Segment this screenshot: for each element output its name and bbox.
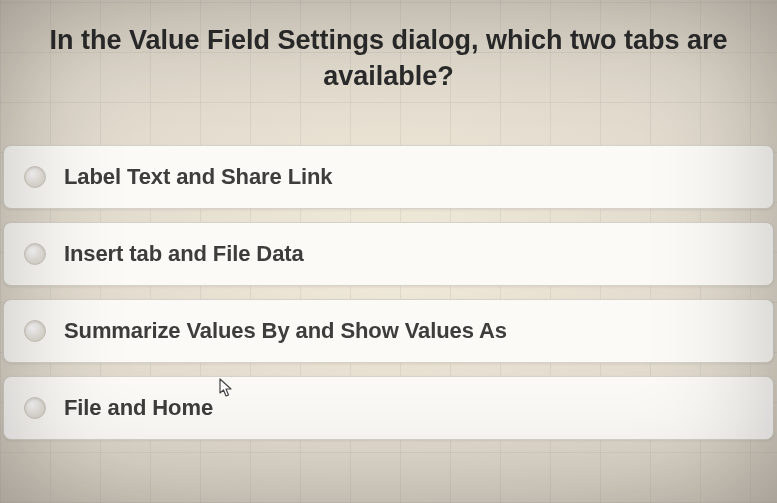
radio-icon [24,243,46,265]
question-text: In the Value Field Settings dialog, whic… [0,0,777,105]
radio-icon [24,397,46,419]
option-label: File and Home [64,395,213,421]
options-list: Label Text and Share Link Insert tab and… [0,105,777,440]
option-3[interactable]: File and Home [3,376,774,440]
option-label: Label Text and Share Link [64,164,333,190]
option-label: Insert tab and File Data [64,241,304,267]
option-label: Summarize Values By and Show Values As [64,318,507,344]
option-2[interactable]: Summarize Values By and Show Values As [3,299,774,363]
option-0[interactable]: Label Text and Share Link [3,145,774,209]
option-1[interactable]: Insert tab and File Data [3,222,774,286]
radio-icon [24,320,46,342]
radio-icon [24,166,46,188]
